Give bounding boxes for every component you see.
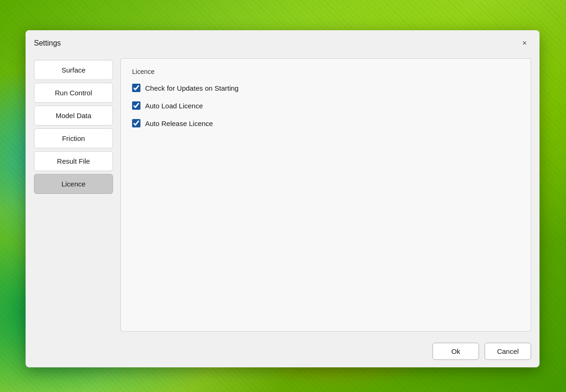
sidebar-btn-surface[interactable]: Surface	[34, 60, 113, 80]
dialog-title: Settings	[34, 39, 61, 47]
sidebar-btn-model-data[interactable]: Model Data	[34, 106, 113, 126]
checkbox-auto-release[interactable]	[132, 119, 140, 127]
sidebar: SurfaceRun ControlModel DataFrictionResu…	[34, 58, 113, 332]
checkbox-row-check-updates: Check for Updates on Starting	[132, 84, 519, 92]
dialog-footer: Ok Cancel	[26, 338, 539, 367]
sidebar-btn-result-file[interactable]: Result File	[34, 151, 113, 171]
checkbox-label-auto-release: Auto Release Licence	[145, 120, 213, 127]
checkbox-label-check-updates: Check for Updates on Starting	[145, 84, 239, 92]
dialog-body: SurfaceRun ControlModel DataFrictionResu…	[26, 54, 539, 338]
settings-dialog: Settings × SurfaceRun ControlModel DataF…	[26, 30, 539, 367]
checkbox-row-auto-release: Auto Release Licence	[132, 119, 519, 127]
checkbox-auto-load[interactable]	[132, 101, 140, 110]
title-bar: Settings ×	[26, 30, 539, 54]
cancel-button[interactable]: Cancel	[485, 343, 531, 360]
sidebar-btn-run-control[interactable]: Run Control	[34, 83, 113, 103]
content-panel: Licence Check for Updates on StartingAut…	[120, 58, 531, 332]
section-title: Licence	[132, 68, 519, 75]
sidebar-btn-licence[interactable]: Licence	[34, 174, 113, 194]
close-button[interactable]: ×	[518, 37, 531, 50]
sidebar-btn-friction[interactable]: Friction	[34, 128, 113, 148]
checkbox-row-auto-load: Auto Load Licence	[132, 101, 519, 110]
checkbox-check-updates[interactable]	[132, 84, 140, 92]
checkbox-label-auto-load: Auto Load Licence	[145, 102, 203, 110]
ok-button[interactable]: Ok	[433, 343, 479, 360]
